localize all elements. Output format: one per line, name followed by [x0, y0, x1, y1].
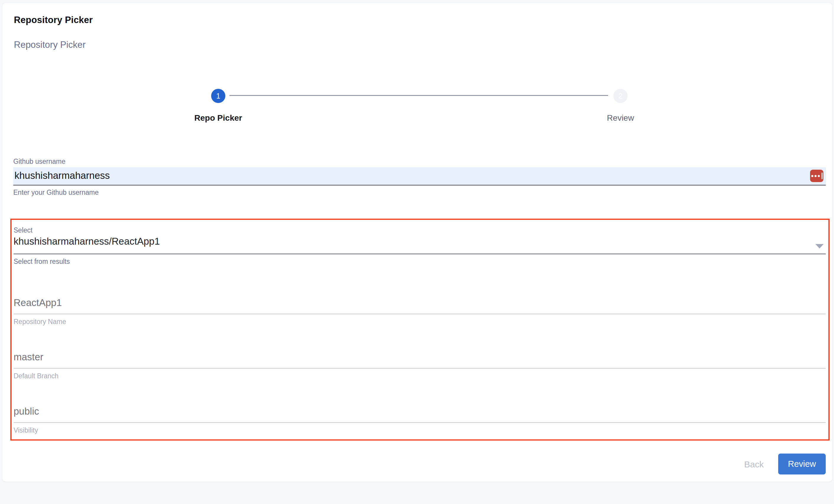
default-branch-underline	[14, 368, 826, 369]
repository-name-value: ReactApp1	[14, 297, 62, 308]
step-2-label: Review	[607, 113, 634, 123]
stepper-connector-line	[229, 95, 608, 96]
default-branch-value: master	[14, 351, 43, 363]
autofill-dot	[811, 175, 813, 177]
repository-name-label: Repository Name	[14, 318, 66, 326]
github-username-input[interactable]	[13, 167, 826, 185]
page-subtitle: Repository Picker	[14, 40, 86, 50]
autofill-dot	[814, 175, 817, 177]
visibility-underline	[14, 422, 826, 423]
step-1-label: Repo Picker	[194, 113, 242, 123]
autofill-dot	[818, 175, 820, 177]
autofill-cursor-bar	[821, 173, 822, 179]
chevron-down-icon[interactable]	[815, 244, 824, 249]
password-autofill-icon[interactable]	[810, 170, 824, 182]
repo-select-underline	[14, 253, 826, 254]
page-title: Repository Picker	[14, 15, 93, 25]
github-username-input-wrap	[13, 167, 826, 186]
review-button[interactable]: Review	[778, 454, 826, 475]
repository-name-underline	[14, 314, 826, 314]
repo-select-label: Select	[14, 226, 32, 234]
repo-select-helper: Select from results	[14, 258, 70, 266]
repository-picker-card: Repository Picker Repository Picker 1 2 …	[2, 3, 832, 482]
step-1-circle[interactable]: 1	[211, 89, 225, 103]
github-username-label: Github username	[13, 158, 65, 165]
visibility-label: Visibility	[14, 427, 38, 434]
github-username-helper: Enter your Github username	[13, 188, 98, 197]
repo-picker-highlight-box: Select khushisharmaharness/ReactApp1 Sel…	[10, 219, 830, 440]
default-branch-label: Default Branch	[14, 372, 59, 380]
repo-select-dropdown[interactable]: khushisharmaharness/ReactApp1	[14, 236, 183, 247]
visibility-value: public	[14, 406, 39, 417]
back-button[interactable]: Back	[735, 459, 773, 471]
step-2-circle[interactable]: 2	[613, 89, 628, 103]
